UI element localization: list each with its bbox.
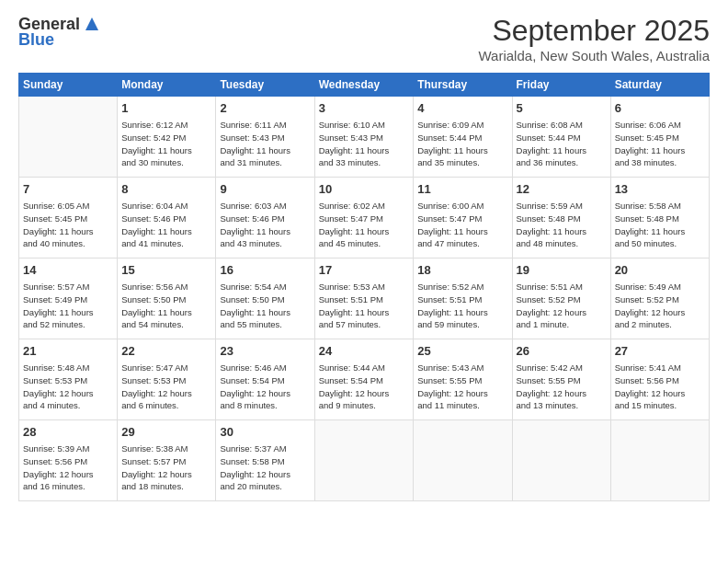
title-section: September 2025 Warialda, New South Wales…	[479, 14, 711, 63]
day-number: 17	[319, 262, 410, 279]
header-saturday: Saturday	[610, 74, 709, 97]
day-info: Sunrise: 6:06 AM Sunset: 5:45 PM Dayligh…	[615, 119, 705, 169]
table-row: 25Sunrise: 5:43 AM Sunset: 5:55 PM Dayli…	[414, 339, 512, 420]
table-row: 1Sunrise: 6:12 AM Sunset: 5:42 PM Daylig…	[118, 97, 216, 178]
day-number: 30	[220, 424, 310, 441]
table-row: 15Sunrise: 5:56 AM Sunset: 5:50 PM Dayli…	[118, 259, 216, 339]
table-row: 9Sunrise: 6:03 AM Sunset: 5:46 PM Daylig…	[216, 178, 314, 259]
day-info: Sunrise: 5:51 AM Sunset: 5:52 PM Dayligh…	[517, 281, 607, 331]
table-row: 11Sunrise: 6:00 AM Sunset: 5:47 PM Dayli…	[414, 178, 512, 259]
logo-icon	[82, 14, 102, 34]
logo: General Blue	[18, 14, 102, 50]
day-number: 10	[319, 181, 410, 198]
calendar-week-row: 7Sunrise: 6:05 AM Sunset: 5:45 PM Daylig…	[19, 178, 710, 259]
calendar-week-row: 1Sunrise: 6:12 AM Sunset: 5:42 PM Daylig…	[19, 97, 710, 178]
table-row	[414, 420, 512, 501]
table-row: 12Sunrise: 5:59 AM Sunset: 5:48 PM Dayli…	[512, 178, 610, 259]
header-monday: Monday	[118, 74, 216, 97]
day-number: 23	[220, 343, 310, 360]
header: General Blue September 2025 Warialda, Ne…	[18, 14, 710, 63]
day-info: Sunrise: 5:39 AM Sunset: 5:56 PM Dayligh…	[23, 442, 113, 493]
table-row: 16Sunrise: 5:54 AM Sunset: 5:50 PM Dayli…	[216, 259, 314, 339]
calendar-header-row: Sunday Monday Tuesday Wednesday Thursday…	[19, 74, 710, 97]
calendar-week-row: 21Sunrise: 5:48 AM Sunset: 5:53 PM Dayli…	[19, 339, 710, 420]
table-row: 26Sunrise: 5:42 AM Sunset: 5:55 PM Dayli…	[512, 339, 610, 420]
table-row: 28Sunrise: 5:39 AM Sunset: 5:56 PM Dayli…	[19, 420, 118, 501]
table-row: 20Sunrise: 5:49 AM Sunset: 5:52 PM Dayli…	[610, 259, 709, 339]
day-number: 2	[220, 100, 310, 117]
day-number: 19	[517, 262, 607, 279]
header-thursday: Thursday	[414, 74, 512, 97]
table-row	[512, 420, 610, 501]
day-number: 4	[417, 100, 507, 117]
day-info: Sunrise: 5:44 AM Sunset: 5:54 PM Dayligh…	[319, 362, 410, 412]
day-info: Sunrise: 6:04 AM Sunset: 5:46 PM Dayligh…	[121, 200, 211, 250]
table-row: 10Sunrise: 6:02 AM Sunset: 5:47 PM Dayli…	[314, 178, 414, 259]
header-friday: Friday	[512, 74, 610, 97]
day-number: 18	[417, 262, 507, 279]
table-row: 13Sunrise: 5:58 AM Sunset: 5:48 PM Dayli…	[610, 178, 709, 259]
table-row: 3Sunrise: 6:10 AM Sunset: 5:43 PM Daylig…	[314, 97, 414, 178]
day-number: 6	[615, 100, 705, 117]
day-info: Sunrise: 5:56 AM Sunset: 5:50 PM Dayligh…	[121, 281, 211, 331]
day-info: Sunrise: 5:59 AM Sunset: 5:48 PM Dayligh…	[517, 200, 607, 250]
table-row: 17Sunrise: 5:53 AM Sunset: 5:51 PM Dayli…	[314, 259, 414, 339]
day-info: Sunrise: 5:43 AM Sunset: 5:55 PM Dayligh…	[417, 362, 507, 412]
table-row: 2Sunrise: 6:11 AM Sunset: 5:43 PM Daylig…	[216, 97, 314, 178]
day-info: Sunrise: 5:54 AM Sunset: 5:50 PM Dayligh…	[220, 281, 310, 331]
day-number: 5	[517, 100, 607, 117]
day-number: 21	[23, 343, 113, 360]
table-row: 19Sunrise: 5:51 AM Sunset: 5:52 PM Dayli…	[512, 259, 610, 339]
day-info: Sunrise: 5:48 AM Sunset: 5:53 PM Dayligh…	[23, 362, 113, 412]
day-info: Sunrise: 5:42 AM Sunset: 5:55 PM Dayligh…	[517, 362, 607, 412]
day-info: Sunrise: 5:37 AM Sunset: 5:58 PM Dayligh…	[220, 442, 310, 493]
day-number: 22	[121, 343, 211, 360]
header-wednesday: Wednesday	[314, 74, 414, 97]
table-row	[610, 420, 709, 501]
day-number: 20	[615, 262, 705, 279]
table-row: 30Sunrise: 5:37 AM Sunset: 5:58 PM Dayli…	[216, 420, 314, 501]
day-number: 24	[319, 343, 410, 360]
day-info: Sunrise: 5:46 AM Sunset: 5:54 PM Dayligh…	[220, 362, 310, 412]
day-number: 1	[121, 100, 211, 117]
calendar-week-row: 28Sunrise: 5:39 AM Sunset: 5:56 PM Dayli…	[19, 420, 710, 501]
day-info: Sunrise: 6:10 AM Sunset: 5:43 PM Dayligh…	[319, 119, 410, 169]
day-number: 16	[220, 262, 310, 279]
day-info: Sunrise: 5:52 AM Sunset: 5:51 PM Dayligh…	[417, 281, 507, 331]
day-info: Sunrise: 6:02 AM Sunset: 5:47 PM Dayligh…	[319, 200, 410, 250]
day-number: 27	[615, 343, 705, 360]
table-row: 7Sunrise: 6:05 AM Sunset: 5:45 PM Daylig…	[19, 178, 118, 259]
header-sunday: Sunday	[19, 74, 118, 97]
day-number: 12	[517, 181, 607, 198]
day-number: 8	[121, 181, 211, 198]
calendar-table: Sunday Monday Tuesday Wednesday Thursday…	[18, 73, 710, 501]
day-info: Sunrise: 6:11 AM Sunset: 5:43 PM Dayligh…	[220, 119, 310, 169]
calendar-week-row: 14Sunrise: 5:57 AM Sunset: 5:49 PM Dayli…	[19, 259, 710, 339]
day-info: Sunrise: 5:38 AM Sunset: 5:57 PM Dayligh…	[121, 442, 211, 493]
table-row: 24Sunrise: 5:44 AM Sunset: 5:54 PM Dayli…	[314, 339, 414, 420]
header-tuesday: Tuesday	[216, 74, 314, 97]
day-number: 7	[23, 181, 113, 198]
location: Warialda, New South Wales, Australia	[479, 48, 711, 63]
day-number: 26	[517, 343, 607, 360]
day-info: Sunrise: 6:03 AM Sunset: 5:46 PM Dayligh…	[220, 200, 310, 250]
day-number: 9	[220, 181, 310, 198]
day-info: Sunrise: 5:57 AM Sunset: 5:49 PM Dayligh…	[23, 281, 113, 331]
day-number: 15	[121, 262, 211, 279]
table-row: 5Sunrise: 6:08 AM Sunset: 5:44 PM Daylig…	[512, 97, 610, 178]
day-number: 3	[319, 100, 410, 117]
table-row	[19, 97, 118, 178]
day-number: 14	[23, 262, 113, 279]
table-row	[314, 420, 414, 501]
day-info: Sunrise: 5:41 AM Sunset: 5:56 PM Dayligh…	[615, 362, 705, 412]
table-row: 22Sunrise: 5:47 AM Sunset: 5:53 PM Dayli…	[118, 339, 216, 420]
day-number: 29	[121, 424, 211, 441]
day-info: Sunrise: 6:12 AM Sunset: 5:42 PM Dayligh…	[121, 119, 211, 169]
svg-marker-0	[85, 17, 98, 30]
table-row: 29Sunrise: 5:38 AM Sunset: 5:57 PM Dayli…	[118, 420, 216, 501]
day-info: Sunrise: 5:47 AM Sunset: 5:53 PM Dayligh…	[121, 362, 211, 412]
day-info: Sunrise: 6:00 AM Sunset: 5:47 PM Dayligh…	[417, 200, 507, 250]
day-info: Sunrise: 5:49 AM Sunset: 5:52 PM Dayligh…	[615, 281, 705, 331]
table-row: 14Sunrise: 5:57 AM Sunset: 5:49 PM Dayli…	[19, 259, 118, 339]
day-number: 25	[417, 343, 507, 360]
